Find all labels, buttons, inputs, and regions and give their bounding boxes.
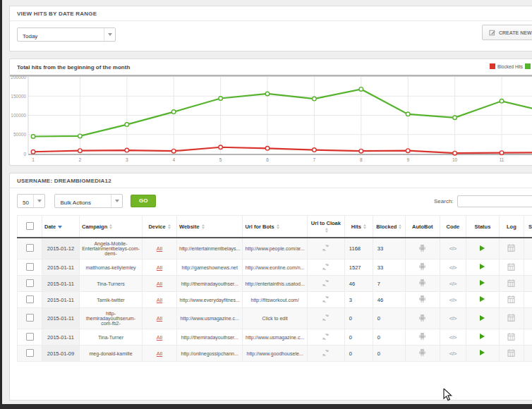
status-play-icon[interactable]	[480, 245, 485, 251]
chart-panel: Total hits from the beginning of the mon…	[9, 59, 532, 166]
cloak-refresh-icon[interactable]	[322, 333, 330, 341]
code-icon[interactable]: </>	[449, 264, 457, 271]
column-header-website[interactable]: Website	[177, 216, 243, 238]
chevron-down-icon	[111, 195, 122, 207]
create-new-campaign-button[interactable]: CREATE NEW CAMPAIGN	[482, 25, 532, 40]
search-input[interactable]	[457, 195, 532, 207]
page-size-select[interactable]: 50	[17, 194, 45, 208]
cloak-refresh-icon[interactable]	[322, 314, 330, 322]
cloak-refresh-icon[interactable]	[322, 244, 330, 252]
android-autobot-icon[interactable]	[418, 332, 426, 341]
mouse-cursor	[443, 389, 453, 405]
status-cell	[466, 346, 499, 362]
cloak-refresh-icon[interactable]	[322, 263, 330, 271]
table-row: 2015-01-11 matthomas-kellylemley All htt…	[18, 260, 532, 276]
column-header-blocked[interactable]: Blocked	[373, 216, 405, 238]
code-cell: </>	[440, 260, 466, 276]
row-checkbox[interactable]	[26, 295, 34, 303]
status-play-icon[interactable]	[480, 264, 485, 269]
sort-icon	[277, 224, 279, 229]
column-header-status: Status	[466, 216, 499, 238]
android-autobot-icon[interactable]	[418, 262, 426, 271]
device-link[interactable]: All	[157, 334, 162, 341]
code-icon[interactable]: </>	[449, 334, 457, 341]
device-link[interactable]: All	[157, 281, 162, 287]
status-play-icon[interactable]	[480, 350, 485, 355]
hits-line-chart: 050000100000150000200000123456789101112	[10, 72, 532, 165]
status-play-icon[interactable]	[480, 296, 485, 302]
device-link[interactable]: All	[157, 264, 162, 271]
sort-icon	[399, 224, 401, 229]
code-cell: </>	[440, 276, 466, 292]
svg-text:11: 11	[500, 157, 504, 162]
row-checkbox[interactable]	[26, 314, 34, 322]
column-header-date[interactable]: Date	[42, 216, 80, 238]
column-header-url-for-bots[interactable]: Url for Bots	[243, 216, 307, 238]
svg-text:1: 1	[32, 157, 35, 162]
row-checkbox[interactable]	[26, 279, 34, 287]
code-cell: </>	[440, 238, 466, 260]
log-calendar-icon[interactable]	[507, 295, 515, 303]
column-header-url-to-cloak[interactable]: Url to Cloak	[307, 216, 344, 238]
column-header-hits[interactable]: Hits	[344, 216, 373, 238]
status-play-icon[interactable]	[480, 315, 485, 321]
table-controls: 50 Bulk Actions GO Search:	[10, 188, 532, 215]
go-button[interactable]: GO	[131, 195, 156, 207]
date-range-select[interactable]: Today	[17, 28, 116, 42]
settings-cell	[524, 238, 532, 260]
select-all-header[interactable]	[18, 216, 42, 238]
android-autobot-icon[interactable]	[418, 348, 426, 357]
date-cell: 2015-01-11	[42, 329, 80, 346]
autobot-cell	[405, 329, 440, 346]
log-calendar-icon[interactable]	[507, 314, 515, 322]
code-icon[interactable]: </>	[449, 245, 457, 252]
code-icon[interactable]: </>	[449, 281, 457, 287]
android-autobot-icon[interactable]	[418, 314, 426, 322]
log-calendar-icon[interactable]	[507, 333, 515, 341]
row-select-cell	[18, 260, 42, 276]
autobot-cell	[405, 346, 440, 362]
table-row: 2015-01-11 http-themiradayouthserum-com-…	[18, 308, 532, 329]
android-autobot-icon[interactable]	[418, 295, 426, 303]
select-all-checkbox[interactable]	[26, 222, 34, 230]
autobot-cell	[405, 238, 440, 260]
blocked-hits-legend-label: Blocked Hits	[497, 64, 523, 69]
row-checkbox[interactable]	[26, 333, 34, 341]
date-cell: 2015-01-09	[42, 346, 80, 362]
log-calendar-icon[interactable]	[507, 349, 515, 357]
android-autobot-icon[interactable]	[418, 279, 426, 287]
valid-hits-swatch	[525, 63, 531, 69]
row-checkbox[interactable]	[26, 244, 34, 252]
status-play-icon[interactable]	[480, 280, 485, 286]
hits-cell: 1527	[344, 260, 373, 276]
website-cell: http://themiradayouthser...	[177, 276, 243, 292]
device-link[interactable]: All	[157, 245, 162, 252]
cloak-refresh-icon[interactable]	[322, 295, 330, 303]
autobot-cell	[405, 292, 440, 308]
code-icon[interactable]: </>	[449, 315, 457, 322]
android-autobot-icon[interactable]	[418, 244, 426, 252]
website-cell: http://onlinegossipchann...	[177, 346, 243, 362]
log-calendar-icon[interactable]	[507, 244, 515, 252]
status-play-icon[interactable]	[480, 334, 485, 339]
device-link[interactable]: All	[157, 350, 162, 357]
code-icon[interactable]: </>	[449, 297, 457, 303]
column-header-campaign[interactable]: Campaign	[80, 216, 143, 238]
code-icon[interactable]: </>	[449, 350, 457, 357]
cloak-refresh-icon[interactable]	[322, 279, 330, 287]
device-cell: All	[143, 329, 177, 346]
row-checkbox[interactable]	[26, 263, 34, 271]
device-link[interactable]: All	[157, 297, 162, 303]
bulk-actions-select[interactable]: Bulk Actions	[54, 194, 123, 208]
device-link[interactable]: All	[157, 315, 162, 322]
chevron-down-icon	[33, 195, 44, 207]
cloak-refresh-icon[interactable]	[322, 349, 330, 357]
settings-cell	[524, 329, 532, 346]
row-checkbox[interactable]	[26, 349, 34, 357]
log-calendar-icon[interactable]	[507, 263, 515, 271]
row-select-cell	[18, 276, 42, 292]
log-calendar-icon[interactable]	[507, 279, 515, 287]
column-header-device[interactable]: Device	[143, 216, 177, 238]
log-cell	[499, 346, 524, 362]
svg-text:100000: 100000	[11, 113, 26, 118]
